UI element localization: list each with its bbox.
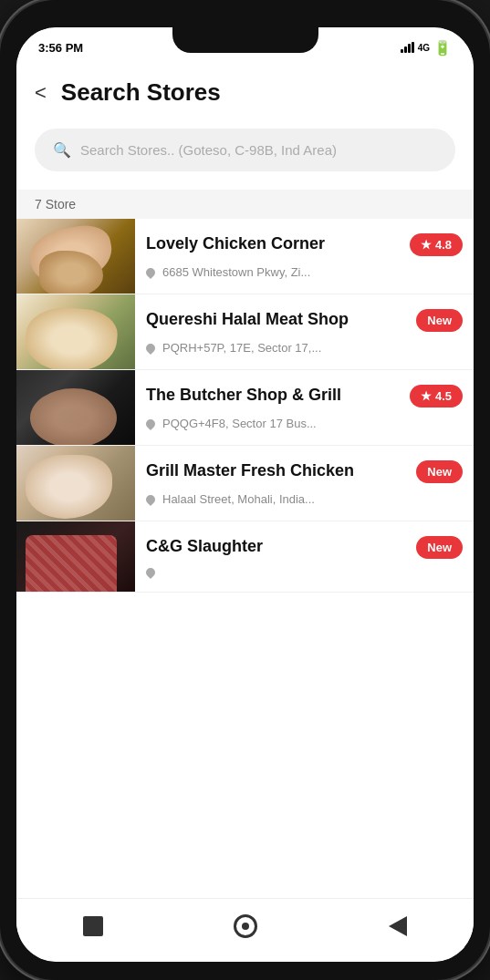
- store-badge-3: ★ 4.5: [410, 385, 463, 407]
- store-image-2: [16, 294, 135, 369]
- store-badge-4: New: [416, 460, 463, 483]
- notch: [172, 27, 318, 53]
- store-info-4: Grill Master Fresh Chicken New Halaal St…: [135, 446, 474, 521]
- location-icon-4: [144, 492, 157, 505]
- home-icon: [234, 914, 257, 938]
- store-info-2: Quereshi Halal Meat Shop New PQRH+57P, 1…: [135, 294, 474, 369]
- store-badge-2: New: [416, 309, 463, 332]
- search-placeholder: Search Stores.. (Goteso, C-98B, Ind Area…: [80, 142, 337, 158]
- store-image-1: [16, 219, 135, 294]
- store-image-4: [16, 446, 135, 521]
- back-icon: [389, 916, 407, 936]
- store-image-5: [16, 521, 135, 592]
- search-container: 🔍 Search Stores.. (Goteso, C-98B, Ind Ar…: [16, 121, 474, 190]
- store-count-label: 7 Store: [16, 190, 474, 219]
- store-name-2: Quereshi Halal Meat Shop: [146, 309, 409, 330]
- location-icon-5: [144, 566, 157, 579]
- store-list: Lovely Chicken Corner ★ 4.8 6685 Whitest…: [16, 219, 474, 898]
- list-item[interactable]: Grill Master Fresh Chicken New Halaal St…: [16, 446, 474, 521]
- nav-home-button[interactable]: [232, 913, 259, 940]
- store-info-3: The Butcher Shop & Grill ★ 4.5 PQQG+4F8,…: [135, 370, 474, 445]
- list-item[interactable]: Quereshi Halal Meat Shop New PQRH+57P, 1…: [16, 294, 474, 370]
- store-name-1: Lovely Chicken Corner: [146, 233, 402, 254]
- header: < Search Stores: [16, 67, 474, 121]
- search-icon: 🔍: [53, 141, 71, 159]
- store-info-5: C&G Slaughter New: [135, 521, 474, 592]
- status-icons: 4G 🔋: [401, 39, 452, 57]
- location-icon-1: [144, 265, 157, 278]
- list-item[interactable]: C&G Slaughter New: [16, 521, 474, 593]
- status-time: 3:56 PM: [38, 41, 83, 55]
- store-badge-1: ★ 4.8: [410, 233, 463, 256]
- store-name-3: The Butcher Shop & Grill: [146, 385, 402, 406]
- store-address-3: PQQG+4F8, Sector 17 Bus...: [146, 417, 463, 430]
- store-address-1: 6685 Whitestown Pkwy, Zi...: [146, 265, 463, 279]
- location-icon-3: [144, 417, 157, 429]
- store-address-4: Halaal Street, Mohali, India...: [146, 492, 463, 506]
- store-address-5: [146, 568, 463, 577]
- store-address-2: PQRH+57P, 17E, Sector 17,...: [146, 341, 463, 355]
- list-item[interactable]: Lovely Chicken Corner ★ 4.8 6685 Whitest…: [16, 219, 474, 294]
- search-bar[interactable]: 🔍 Search Stores.. (Goteso, C-98B, Ind Ar…: [35, 129, 455, 171]
- stop-icon: [83, 916, 103, 936]
- location-icon-2: [144, 341, 157, 354]
- store-name-5: C&G Slaughter: [146, 536, 409, 557]
- network-icon: 4G: [418, 43, 430, 53]
- page-title: Search Stores: [61, 78, 221, 107]
- store-image-3: [16, 370, 135, 445]
- nav-back-button[interactable]: [384, 913, 412, 940]
- nav-stop-button[interactable]: [79, 913, 107, 940]
- phone-screen: 3:56 PM 4G 🔋 < Search Stores 🔍 Search S: [16, 27, 474, 962]
- store-badge-5: New: [416, 536, 463, 559]
- store-info-1: Lovely Chicken Corner ★ 4.8 6685 Whitest…: [135, 219, 474, 294]
- bottom-nav: [16, 898, 474, 962]
- battery-icon: 🔋: [433, 39, 452, 57]
- back-button[interactable]: <: [35, 81, 47, 105]
- phone-frame: 3:56 PM 4G 🔋 < Search Stores 🔍 Search S: [0, 0, 490, 980]
- store-name-4: Grill Master Fresh Chicken: [146, 460, 409, 481]
- signal-icon: [401, 42, 414, 53]
- list-item[interactable]: The Butcher Shop & Grill ★ 4.5 PQQG+4F8,…: [16, 370, 474, 446]
